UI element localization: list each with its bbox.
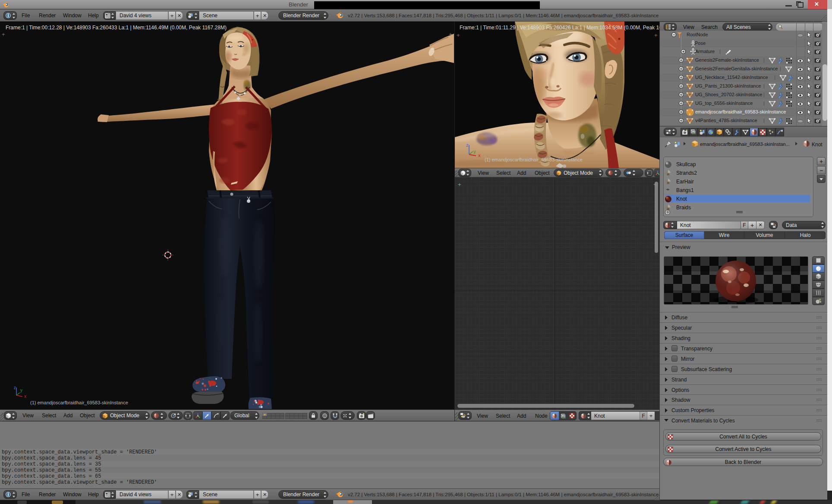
svg-text:y: y [473, 149, 476, 154]
svg-text:y: y [20, 388, 22, 393]
svg-text:z: z [14, 385, 16, 390]
svg-text:z: z [466, 142, 469, 148]
svg-text:x: x [24, 394, 26, 399]
svg-text:x: x [478, 153, 481, 158]
